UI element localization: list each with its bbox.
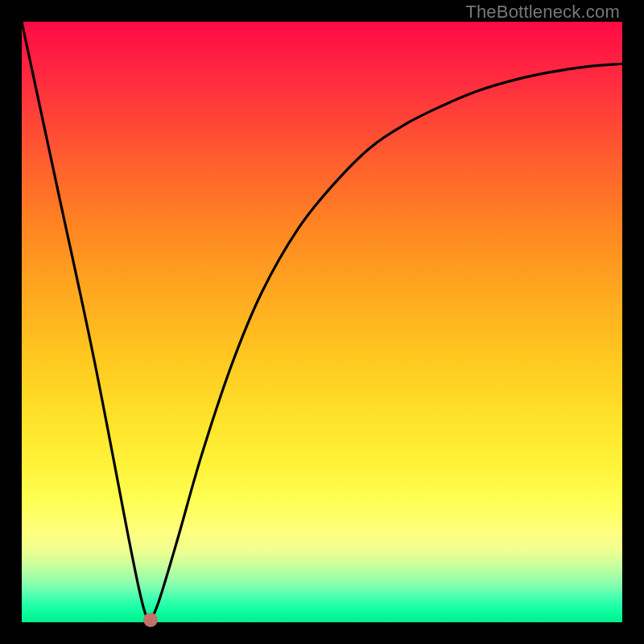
minimum-marker [143, 613, 158, 627]
curve-path [22, 22, 622, 622]
watermark-text: TheBottleneck.com [465, 2, 620, 23]
plot-area [22, 22, 622, 622]
chart-frame: TheBottleneck.com [0, 0, 644, 644]
bottleneck-curve [22, 22, 622, 622]
